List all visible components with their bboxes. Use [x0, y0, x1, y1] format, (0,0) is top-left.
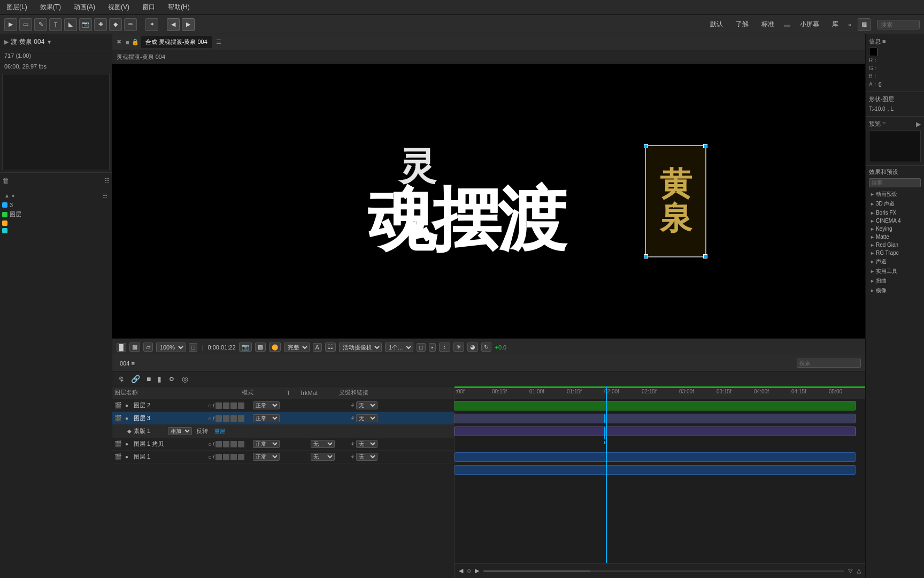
switch-b-1[interactable] [223, 402, 229, 409]
effect-audio[interactable]: ► 声道 [869, 257, 921, 267]
track-slash-3[interactable]: / [213, 441, 214, 447]
track-mode-1[interactable]: 正常 [253, 401, 296, 409]
track-slash-1[interactable]: / [213, 402, 214, 409]
grid-icon[interactable]: ☷ [104, 177, 110, 184]
trkmat-select-4[interactable]: 无 [311, 453, 335, 461]
effects-search[interactable] [869, 178, 921, 187]
trash-icon[interactable]: 🗑 [2, 177, 9, 185]
bottom-zoom-in[interactable]: △ [857, 567, 861, 574]
timeline-ruler[interactable]: :00f 00:15f 01:00f 01:15f 02:00f 02:15f … [455, 386, 865, 399]
tool-select[interactable]: ▶ [4, 18, 17, 31]
camera-icon[interactable]: 📷 [239, 343, 252, 352]
track-row-2[interactable]: 🎬 ● 图层 3 ○ / [112, 412, 454, 425]
timeline-playhead[interactable] [606, 399, 607, 563]
effect-utility[interactable]: ► 实用工具 [869, 267, 921, 276]
handle-tl[interactable] [644, 144, 648, 148]
menu-help[interactable]: 帮助(H) [166, 2, 192, 13]
layer-item-4[interactable] [0, 227, 112, 234]
switch-c-4[interactable] [230, 454, 237, 460]
switch-fx-1[interactable] [215, 402, 222, 409]
bottom-nav-left[interactable]: ◀ [459, 567, 463, 574]
mask-mode-select[interactable]: 相加 [168, 427, 192, 435]
parent-select-1[interactable]: 无 [356, 401, 378, 409]
track-mode-4[interactable]: 正常 [253, 453, 296, 461]
switch-c-2[interactable] [230, 415, 237, 422]
fit-btn[interactable]: □ [189, 343, 198, 352]
tool-shape[interactable]: ◣ [64, 18, 77, 31]
light-btn[interactable]: ☀ [453, 343, 464, 352]
track-solo-1[interactable]: ● [125, 402, 132, 408]
track-mode-3[interactable]: 正常 [253, 440, 296, 448]
effect-keying[interactable]: ► Keying [869, 225, 921, 233]
layer-item-3b[interactable] [0, 219, 112, 227]
refresh-btn[interactable]: ↻ [481, 343, 491, 352]
track-solo-2[interactable]: ● [125, 415, 132, 421]
switch-b-3[interactable] [223, 441, 229, 447]
switch-b-4[interactable] [223, 454, 229, 460]
workspace-standard[interactable]: 标准 [758, 19, 777, 30]
tool-pen[interactable]: ✎ [34, 18, 47, 31]
timeline-search[interactable] [797, 359, 861, 368]
effect-red-giant[interactable]: ► Red Gian [869, 241, 921, 249]
track-solo-vis-3[interactable]: ○ [208, 441, 212, 447]
tl-tool-2[interactable]: 🔗 [129, 374, 142, 384]
workspace-small[interactable]: 小屏幕 [797, 19, 822, 30]
track-mode-select-1[interactable]: 正常 [253, 401, 280, 409]
overlay-btn[interactable]: ▩ [255, 343, 266, 352]
effect-3d-audio[interactable]: ► 3D 声道 [869, 199, 921, 209]
track-solo-vis-1[interactable]: ○ [208, 402, 212, 409]
handle-bl[interactable] [644, 254, 648, 258]
track-solo-vis-2[interactable]: ○ [208, 415, 212, 422]
track-solo-4[interactable]: ● [125, 454, 132, 460]
tool-camera[interactable]: 📷 [79, 18, 92, 31]
timeline-tab[interactable]: 004 ≡ [117, 359, 138, 368]
switch-fx-4[interactable] [215, 454, 222, 460]
switch-fx-3[interactable] [215, 441, 222, 447]
mask-relink[interactable]: 重层 [214, 428, 225, 435]
tool-brush[interactable]: ✏ [124, 18, 137, 31]
switch-c-3[interactable] [230, 441, 237, 447]
tl-tool-4[interactable]: ▮ [156, 374, 163, 384]
menu-animation[interactable]: 动画(A) [72, 2, 97, 13]
track-mode-select-2[interactable]: 正常 [253, 414, 280, 422]
layer-item-layer[interactable]: 图层 [0, 209, 112, 219]
panel-close[interactable]: ✖ [117, 39, 121, 45]
alpha-btn[interactable]: A [313, 343, 322, 352]
track-row-1[interactable]: 🎬 ● 图层 2 ○ / [112, 399, 454, 412]
view-select[interactable]: 1个... [385, 343, 413, 352]
track-row-4[interactable]: 🎬 ● 图层 1 ○ / [112, 451, 454, 463]
parent-select-3[interactable]: 无 [356, 440, 378, 448]
switch-d-2[interactable] [238, 415, 244, 422]
track-mode-select-4[interactable]: 正常 [253, 453, 280, 461]
roi-btn[interactable]: ▱ [143, 343, 153, 352]
tool-extra[interactable]: ✦ [145, 18, 158, 31]
track-mode-select-3[interactable]: 正常 [253, 440, 280, 448]
snapshot-btn[interactable]: ▩ [858, 18, 871, 31]
shadow-btn[interactable]: ◕ [467, 343, 478, 352]
ruler-playhead[interactable] [606, 386, 607, 399]
switch-d-1[interactable] [238, 402, 244, 409]
menu-view[interactable]: 视图(V) [106, 2, 132, 13]
handle-tr[interactable] [703, 144, 707, 148]
bottom-nav-right[interactable]: ▶ [475, 567, 479, 574]
menu-window[interactable]: 窗口 [140, 2, 157, 13]
workspace-library[interactable]: 库 [829, 19, 842, 30]
switch-d-3[interactable] [238, 441, 244, 447]
viewer-toggle[interactable]: ▩ [129, 343, 140, 352]
tree-icon[interactable]: ☷ [103, 193, 107, 199]
scrollbar-thumb[interactable] [483, 571, 590, 572]
snapshot-ctrl[interactable]: █ [117, 343, 126, 352]
effect-cinema[interactable]: ► CINEMA 4 [869, 217, 921, 225]
tool-anchor[interactable]: ✚ [94, 18, 107, 31]
preview-play-btn[interactable]: ▶ [916, 120, 921, 128]
view-sub[interactable]: ⋮ [439, 343, 450, 352]
tool-prev[interactable]: ◀ [167, 18, 180, 31]
trkmat-select-3[interactable]: 无 [311, 440, 335, 448]
tool-text[interactable]: T [49, 18, 62, 31]
clip-2-gray[interactable] [455, 414, 856, 423]
quality-select[interactable]: 完整 [284, 343, 310, 352]
view-3d[interactable]: □ [417, 343, 426, 352]
bottom-zoom-out[interactable]: ▽ [848, 567, 852, 574]
workspace-default[interactable]: 默认 [707, 19, 726, 30]
clip-4-blue[interactable] [455, 465, 856, 475]
